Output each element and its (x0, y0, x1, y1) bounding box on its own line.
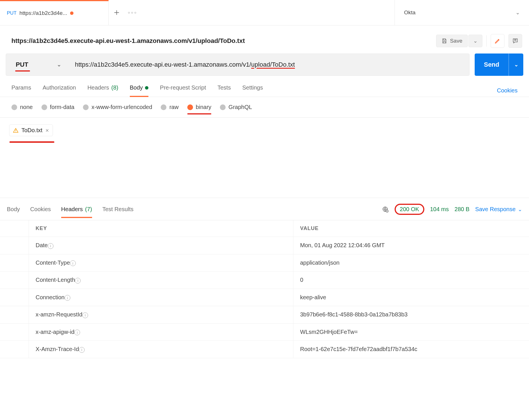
comment-button[interactable] (508, 34, 522, 48)
edit-button[interactable] (491, 34, 504, 48)
response-tab-headers[interactable]: Headers (7) (61, 206, 92, 218)
pencil-icon (494, 38, 501, 44)
info-icon[interactable]: i (74, 330, 80, 335)
cookies-link[interactable]: Cookies (497, 87, 518, 94)
info-icon[interactable]: i (82, 312, 88, 318)
tab-body-label: Body (130, 84, 143, 91)
remove-file-button[interactable] (45, 128, 49, 132)
plus-icon (114, 9, 120, 16)
table-row-gutter (0, 237, 29, 254)
url-text: https://a1b2c3d4e5.execute-api.eu-west-1… (75, 61, 295, 68)
tab-body[interactable]: Body (130, 84, 149, 97)
divider (486, 35, 487, 47)
request-title-row: https://a1b2c3d4e5.execute-api.eu-west-1… (0, 25, 529, 54)
header-value: Mon, 01 Aug 2022 12:04:46 GMT (293, 237, 529, 254)
table-row-gutter (0, 289, 29, 306)
url-input[interactable]: https://a1b2c3d4e5.execute-api.eu-west-1… (68, 54, 470, 76)
tab-prerequest-script[interactable]: Pre-request Script (160, 84, 206, 97)
header-key-cell: X-Amzn-Trace-Idi (29, 341, 293, 358)
body-type-none[interactable]: none (11, 104, 33, 110)
body-type-formdata[interactable]: form-data (41, 104, 75, 110)
svg-point-0 (15, 131, 16, 132)
save-options-button[interactable]: ⌄ (468, 35, 482, 47)
unsaved-indicator-icon (70, 11, 73, 15)
header-key-cell: x-amzn-RequestIdi (29, 306, 293, 324)
svg-point-2 (386, 210, 388, 212)
info-icon[interactable]: i (79, 347, 85, 353)
response-size: 280 B (455, 206, 470, 213)
request-breadcrumb: https://a1b2c3d4e5.execute-api.eu-west-1… (11, 37, 245, 45)
warning-icon (13, 128, 19, 133)
header-key: Content-Type (36, 259, 70, 266)
radio-icon (161, 104, 166, 110)
response-tab-testresults[interactable]: Test Results (102, 206, 134, 218)
body-type-urlencoded[interactable]: x-www-form-urlencoded (83, 104, 152, 110)
header-value: Root=1-62e7c15e-7fd7efe72aadbf1f7b7a534c (293, 341, 529, 358)
chevron-down-icon: ⌄ (518, 206, 522, 213)
body-type-urlencoded-label: x-www-form-urlencoded (92, 104, 152, 110)
header-key: Content-Length (36, 277, 75, 283)
header-key: X-Amzn-Trace-Id (36, 346, 79, 352)
table-row: Connectionikeep-alive (0, 289, 529, 306)
save-response-button[interactable]: Save Response ⌄ (475, 206, 522, 213)
chevron-down-icon: ⌄ (57, 62, 61, 68)
info-icon[interactable]: i (75, 278, 81, 284)
table-row: x-amz-apigw-idiWLsm2GHHjoEFeTw= (0, 323, 529, 341)
header-key-cell: Connectioni (29, 289, 293, 306)
table-gutter (0, 220, 29, 237)
request-bar: PUT ⌄ https://a1b2c3d4e5.execute-api.eu-… (0, 54, 529, 76)
tab-authorization[interactable]: Authorization (43, 84, 76, 97)
body-type-graphql[interactable]: GraphQL (220, 104, 252, 110)
info-icon[interactable]: i (70, 260, 76, 266)
body-type-binary[interactable]: binary (187, 104, 211, 110)
ellipsis-icon: ○○○ (128, 11, 138, 15)
response-tab-body[interactable]: Body (7, 206, 20, 218)
request-tab-active[interactable]: PUT https://a1b2c3d4e... (0, 0, 109, 25)
tab-params[interactable]: Params (11, 84, 31, 97)
header-value: application/json (293, 254, 529, 272)
close-icon (45, 128, 49, 132)
header-key: x-amzn-RequestId (36, 311, 82, 318)
network-icon[interactable] (382, 206, 389, 213)
uploaded-file-chip[interactable]: ToDo.txt (9, 124, 53, 136)
save-button-label: Save (450, 38, 462, 44)
new-tab-button[interactable] (109, 0, 125, 25)
header-value: 0 (293, 272, 529, 289)
http-method-select[interactable]: PUT ⌄ (6, 54, 68, 76)
save-response-label: Save Response (475, 206, 516, 213)
response-meta: 200 OK 104 ms 280 B Save Response ⌄ (382, 204, 522, 220)
send-options-button[interactable]: ⌄ (508, 54, 523, 76)
table-row: Content-Typeiapplication/json (0, 254, 529, 272)
response-status: 200 OK (400, 206, 419, 213)
body-type-binary-label: binary (196, 104, 211, 110)
tab-headers-label: Headers (87, 84, 109, 91)
chevron-down-icon: ⌄ (516, 9, 520, 16)
table-header-key: KEY (29, 220, 293, 237)
request-tabs-bar: PUT https://a1b2c3d4e... ○○○ Okta ⌄ (0, 0, 529, 25)
tab-headers-count: (8) (111, 84, 118, 91)
header-key: Connection (36, 294, 65, 300)
body-type-raw[interactable]: raw (161, 104, 178, 110)
info-icon[interactable]: i (65, 295, 70, 301)
radio-icon (220, 104, 226, 110)
tab-headers[interactable]: Headers (8) (87, 84, 118, 97)
response-status-highlight: 200 OK (395, 204, 424, 215)
environment-selector[interactable]: Okta ⌄ (395, 0, 529, 25)
tab-options-button[interactable]: ○○○ (125, 0, 141, 25)
radio-selected-icon (187, 104, 193, 110)
header-key-cell: Content-Typei (29, 254, 293, 272)
table-row-gutter (0, 272, 29, 289)
comment-icon (512, 38, 518, 44)
binary-file-area: ToDo.txt (0, 118, 529, 198)
send-button[interactable]: Send ⌄ (475, 54, 523, 76)
info-icon[interactable]: i (48, 243, 53, 249)
response-time: 104 ms (430, 206, 449, 213)
radio-icon (41, 104, 47, 110)
url-highlight: upload/ToDo.txt (251, 61, 295, 68)
http-method-value: PUT (16, 61, 28, 68)
table-row-gutter (0, 254, 29, 272)
save-button[interactable]: Save (436, 35, 468, 47)
tab-tests[interactable]: Tests (217, 84, 231, 97)
response-tab-cookies[interactable]: Cookies (30, 206, 51, 218)
tab-settings[interactable]: Settings (242, 84, 263, 97)
